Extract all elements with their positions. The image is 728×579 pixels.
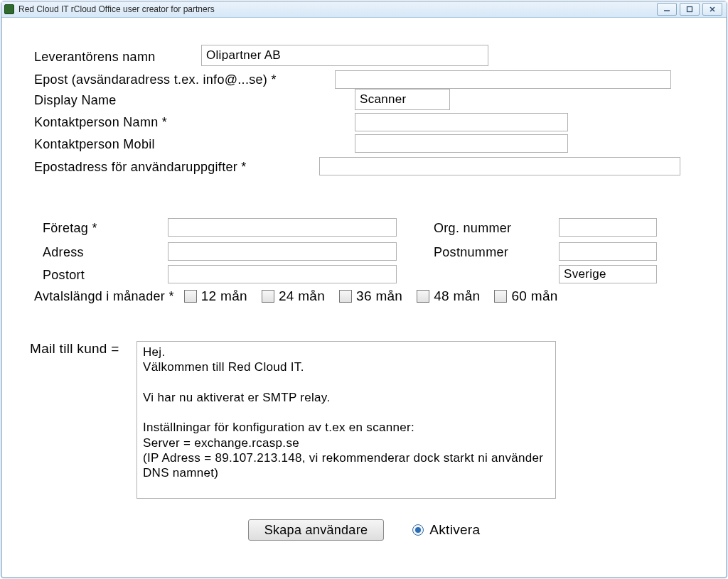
contact-mobile-input[interactable] bbox=[355, 134, 568, 153]
mail-section: Mail till kund = bbox=[30, 341, 556, 499]
mail-body-textarea[interactable] bbox=[136, 341, 556, 499]
radio-checked-icon bbox=[412, 524, 424, 536]
contract-option-36[interactable]: 36 mån bbox=[339, 288, 402, 304]
contact-mobile-label: Kontaktperson Mobil bbox=[34, 137, 155, 152]
window-buttons bbox=[657, 3, 722, 16]
contract-option-24[interactable]: 24 mån bbox=[262, 288, 325, 304]
contact-name-input[interactable] bbox=[355, 113, 568, 131]
bottom-bar: Skapa användare Aktivera bbox=[1, 519, 727, 541]
company-input[interactable] bbox=[168, 218, 397, 237]
mail-label: Mail till kund = bbox=[30, 341, 136, 499]
minimize-button[interactable] bbox=[657, 3, 677, 16]
contact-name-label: Kontaktperson Namn * bbox=[34, 115, 167, 130]
user-epost-label: Epostadress för användaruppgifter * bbox=[34, 160, 247, 175]
checkbox-icon bbox=[339, 290, 352, 303]
client-area: Leverantörens namn Epost (avsändaradress… bbox=[1, 18, 727, 578]
postort-label: Postort bbox=[43, 268, 85, 283]
activate-label: Aktivera bbox=[429, 522, 480, 538]
checkbox-icon bbox=[494, 290, 507, 303]
supplier-name-input[interactable] bbox=[201, 45, 488, 66]
supplier-name-label: Leverantörens namn bbox=[34, 50, 156, 65]
maximize-icon bbox=[686, 6, 693, 13]
contract-option-48[interactable]: 48 mån bbox=[417, 288, 480, 304]
checkbox-icon bbox=[262, 290, 274, 303]
contract-length-label: Avtalslängd i månader * bbox=[34, 289, 174, 304]
app-window: Red Cloud IT rCloud Office user creator … bbox=[1, 1, 727, 578]
app-icon bbox=[4, 4, 14, 14]
orgnr-input[interactable] bbox=[559, 218, 657, 237]
user-epost-input[interactable] bbox=[319, 157, 680, 175]
minimize-icon bbox=[663, 6, 670, 13]
contract-option-12[interactable]: 12 mån bbox=[184, 288, 247, 304]
postnr-input[interactable] bbox=[559, 242, 657, 261]
checkbox-icon bbox=[417, 290, 429, 303]
close-icon bbox=[709, 6, 716, 13]
svg-rect-1 bbox=[687, 7, 692, 12]
maximize-button[interactable] bbox=[680, 3, 700, 16]
orgnr-label: Org. nummer bbox=[434, 221, 511, 236]
epost-sender-input[interactable] bbox=[335, 70, 671, 89]
display-name-label: Display Name bbox=[34, 93, 117, 108]
contract-option-60[interactable]: 60 mån bbox=[494, 288, 557, 304]
country-input[interactable] bbox=[559, 265, 657, 283]
activate-option[interactable]: Aktivera bbox=[412, 522, 480, 538]
postort-input[interactable] bbox=[168, 265, 397, 283]
company-label: Företag * bbox=[43, 221, 97, 236]
close-button[interactable] bbox=[702, 3, 722, 16]
checkbox-icon bbox=[184, 290, 197, 303]
address-input[interactable] bbox=[168, 242, 397, 261]
epost-sender-label: Epost (avsändaradress t.ex. info@...se) … bbox=[34, 72, 277, 87]
postnr-label: Postnummer bbox=[434, 245, 508, 260]
display-name-input[interactable] bbox=[355, 89, 450, 110]
address-label: Adress bbox=[43, 245, 84, 260]
create-user-button[interactable]: Skapa användare bbox=[248, 519, 385, 541]
titlebar: Red Cloud IT rCloud Office user creator … bbox=[1, 1, 727, 18]
window-title: Red Cloud IT rCloud Office user creator … bbox=[18, 4, 657, 14]
